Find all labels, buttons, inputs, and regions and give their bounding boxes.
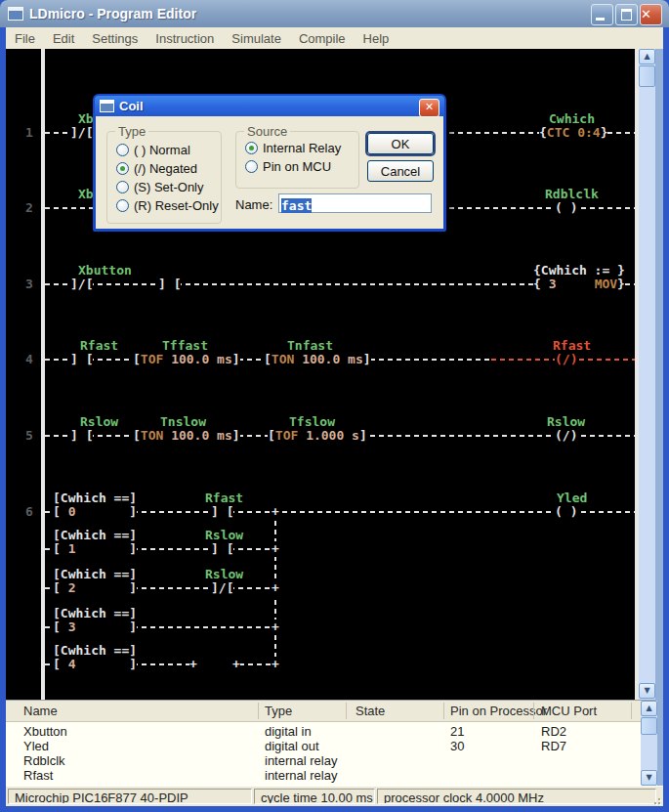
ladder-text[interactable]: + [272, 504, 279, 520]
io-cell: RD2 [541, 724, 566, 739]
scroll-up-button[interactable]: ▲ [639, 49, 655, 64]
menu-item-edit[interactable]: Edit [44, 31, 83, 46]
minimize-button[interactable] [591, 4, 613, 25]
ladder-text[interactable]: ]/[ [70, 277, 93, 292]
col-separator [258, 703, 259, 719]
name-input[interactable]: fast [278, 193, 432, 213]
ladder-text[interactable]: [ 4 ] [53, 657, 137, 672]
radio-option[interactable]: (R) Reset-Only [116, 196, 221, 215]
col-header-state[interactable]: State [355, 704, 385, 718]
ladder-text[interactable]: [ 3 ] [53, 620, 137, 635]
ladder-text[interactable]: ( ) [555, 200, 577, 216]
ladder-text[interactable]: ] [ [211, 504, 233, 520]
radio-label: (/) Negated [134, 161, 197, 176]
menu-item-help[interactable]: Help [355, 31, 398, 46]
status-bar: Microchip PIC16F877 40-PDIP cycle time 1… [6, 786, 663, 807]
rung-number: 4 [25, 352, 33, 367]
ladder-text[interactable]: [ 2 ] [53, 580, 137, 596]
radio-label: (S) Set-Only [134, 180, 204, 194]
col-separator [443, 703, 444, 719]
col-header-type[interactable]: Type [265, 704, 292, 718]
ladder-text[interactable]: ]/[ [70, 125, 93, 141]
menu-item-file[interactable]: File [6, 31, 44, 46]
io-table-scrollbar[interactable]: ▲ ▼ [641, 701, 657, 786]
ladder-text[interactable]: ] [ [70, 428, 93, 444]
radio-icon[interactable] [245, 160, 258, 173]
source-group-label: Source [244, 124, 290, 139]
ladder-text[interactable]: + [272, 657, 279, 672]
radio-option[interactable]: (S) Set-Only [116, 178, 221, 196]
maximize-icon [621, 9, 632, 21]
io-scroll-down-button[interactable]: ▼ [641, 770, 657, 786]
ladder-text[interactable]: + [272, 620, 279, 635]
ladder-scrollbar[interactable]: ▲ ▼ [639, 49, 655, 700]
type-group-label: Type [115, 124, 148, 139]
rung-number: 2 [25, 200, 33, 216]
cancel-button[interactable]: Cancel [367, 160, 434, 182]
ladder-text[interactable]: [TOF 1.000 s] [268, 428, 367, 444]
radio-icon[interactable] [116, 162, 129, 175]
ladder-text[interactable]: [ 1 ] [53, 541, 137, 557]
col-header-mcu-port[interactable]: MCU Port [541, 704, 597, 718]
ladder-text[interactable]: [TON 100.0 ms] [264, 352, 371, 367]
col-header-name[interactable]: Name [23, 704, 58, 718]
ladder-text[interactable]: [TOF 100.0 ms] [133, 352, 240, 367]
scroll-down-button[interactable]: ▼ [639, 683, 655, 699]
ok-button[interactable]: OK [367, 133, 434, 154]
ladder-text[interactable]: ] [ [70, 352, 93, 367]
resize-grip[interactable] [648, 792, 660, 804]
title-bar[interactable]: LDmicro - Program Editor ✕ [0, 0, 669, 27]
io-cell: Xbutton [23, 724, 67, 739]
radio-icon[interactable] [245, 142, 258, 154]
ladder-text[interactable]: + [189, 657, 197, 672]
scroll-thumb[interactable] [639, 65, 655, 87]
io-cell: 30 [450, 739, 464, 753]
radio-option[interactable]: Internal Relay [245, 139, 358, 157]
ladder-text[interactable]: { 3 MOV} [533, 277, 625, 292]
menu-item-compile[interactable]: Compile [290, 31, 355, 46]
radio-option[interactable]: (/) Negated [116, 159, 221, 178]
radio-label: (R) Reset-Only [134, 198, 219, 213]
io-table-row[interactable]: Xbuttondigital in21RD2 [6, 724, 655, 739]
menu-item-instruction[interactable]: Instruction [146, 31, 223, 46]
ladder-text[interactable]: + [272, 580, 279, 596]
ladder-text[interactable]: ] [ [158, 277, 181, 292]
ladder-text[interactable]: [ 0 ] [53, 504, 137, 520]
ladder-text[interactable]: {CTC 0:4} [539, 125, 607, 141]
ladder-wire [239, 663, 275, 665]
dialog-close-button[interactable]: ✕ [419, 99, 439, 117]
radio-option[interactable]: Pin on MCU [245, 157, 358, 176]
io-cell: 21 [450, 724, 464, 739]
radio-option[interactable]: ( ) Normal [116, 141, 221, 159]
ladder-text[interactable]: ( ) [555, 504, 577, 520]
menu-item-simulate[interactable]: Simulate [223, 31, 290, 46]
window-frame-strip [655, 49, 663, 786]
io-table-row[interactable]: Yleddigital out30RD7 [6, 739, 655, 753]
rung-number: 3 [25, 277, 33, 292]
radio-icon[interactable] [116, 144, 129, 156]
maximize-button[interactable] [615, 4, 638, 25]
close-button[interactable]: ✕ [640, 4, 662, 25]
ladder-text[interactable]: ]/[ [211, 580, 233, 596]
io-table-row[interactable]: Rfastinternal relay [6, 768, 655, 783]
ladder-text[interactable]: + [232, 657, 240, 672]
io-scroll-thumb[interactable] [641, 717, 657, 735]
io-scroll-up-button[interactable]: ▲ [641, 701, 657, 716]
radio-icon[interactable] [116, 181, 129, 193]
ladder-text[interactable]: + [272, 541, 279, 557]
io-table[interactable]: Name Type State Pin on Processor MCU Por… [6, 700, 655, 787]
io-table-row[interactable]: Rdblclkinternal relay [6, 753, 655, 768]
ladder-text[interactable]: (/) [555, 428, 577, 444]
window-bottom-border [0, 806, 669, 812]
dialog-title: Coil [119, 99, 144, 113]
col-separator [533, 703, 534, 719]
menu-item-settings[interactable]: Settings [83, 31, 146, 46]
ladder-text[interactable]: [TON 100.0 ms] [133, 428, 240, 444]
radio-icon[interactable] [116, 199, 129, 212]
io-cell: internal relay [265, 768, 337, 783]
dialog-title-bar[interactable]: Coil [95, 96, 444, 116]
ladder-text[interactable]: ] [ [211, 541, 233, 557]
ladder-text[interactable]: (/) [555, 352, 577, 367]
rung-number: 5 [25, 428, 33, 444]
rung-number: 6 [25, 504, 33, 520]
